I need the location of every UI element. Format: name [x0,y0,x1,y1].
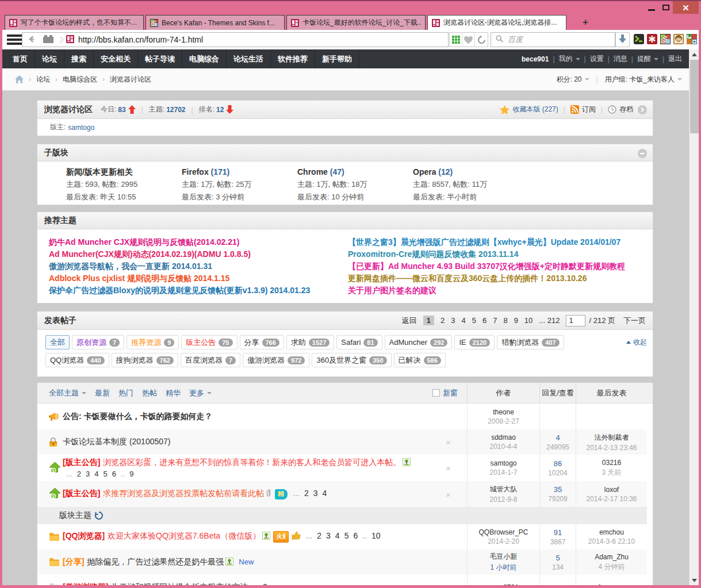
filter-button[interactable]: 原创资源7 [72,335,124,349]
filter-button[interactable]: 360及世界之窗350 [312,353,391,367]
thread-row[interactable]: 公告: 卡饭要做什么，卡饭的路要如何走？theone2008-2-27 [37,403,653,429]
filter-button[interactable]: 百度浏览器7 [181,353,240,367]
thread-row[interactable]: [分享]抛除偏见，广告过滤果然还是奶牛最强New毛豆小新1 小时前5134Ada… [37,549,653,575]
username[interactable]: bece901 [522,55,549,63]
session-icon[interactable] [36,35,53,45]
lastpost-user[interactable]: 03216 [602,459,621,467]
thread-tag[interactable]: [版主公告] [63,489,100,498]
back-icon[interactable] [22,34,36,45]
page-next-link[interactable]: 下一页 [623,316,646,326]
lastpost-user[interactable]: emchou [599,528,624,536]
thread-page-link[interactable]: 4 [323,489,327,498]
author-name[interactable]: saga3721 [488,583,519,585]
breadcrumb-item[interactable]: 论坛 [36,75,50,84]
thread-page-link[interactable]: 2 [317,531,321,540]
thread-filter-link[interactable]: 精华 [166,388,181,398]
new-tab-button[interactable]: + [579,17,592,28]
filter-button[interactable]: IE2120 [454,335,495,349]
recommended-link[interactable]: Ad Muncher(CJX规则)动态(2014.02.19)(ADMU 1.0… [49,248,310,260]
minimize-button[interactable] [644,1,658,14]
recommended-link[interactable]: 【世界之窗3】晨光增强版广告过滤规则【xwhyc+晨光】Update 2014/… [348,236,625,248]
panel-collapse-button[interactable] [638,149,647,158]
dismiss-icon[interactable]: × [446,489,451,499]
nav-item-7[interactable]: 论坛生活 [227,49,271,68]
url-text[interactable]: http://bbs.kafan.cn/forum-74-1.html [78,35,203,44]
thread-row[interactable]: [傲游浏览器]为傲游和视频网站提合折中权变的方法...2saga372119fa… [37,575,653,585]
subscribe-link[interactable]: 订阅 [582,105,596,114]
filter-button[interactable]: 版主公告75 [181,335,237,349]
thread-filter-link[interactable]: 全部主题 [49,388,86,398]
nav-item-8[interactable]: 软件推荐 [271,49,315,68]
thread-page-link[interactable]: 2 [77,470,81,478]
subforum-name[interactable]: Firefox (171) [182,166,297,178]
scroll-down-icon[interactable] [689,575,699,585]
user-link[interactable]: 消息 [614,54,627,64]
thread-page-link[interactable]: 6 [353,531,358,540]
scroll-up-icon[interactable] [689,49,699,59]
filter-button[interactable]: 傲游浏览器972 [243,353,309,367]
author-name[interactable]: theone [493,408,514,416]
author-name[interactable]: 毛豆小新 [490,552,518,562]
recommended-link[interactable]: Proxomitron-Cre规则问题反馈收集 2013.11.14 [348,248,625,260]
filter-button[interactable]: QQ浏览器440 [45,353,109,367]
lastpost-date[interactable]: 2014-2-17 10:36 [586,495,637,503]
user-link[interactable]: 设置 [590,54,604,64]
archive-link[interactable]: 存档 [619,105,633,114]
address-bar[interactable]: http://bbs.kafan.cn/forum-74-1.html [22,32,449,47]
stylish-ext-icon[interactable]: S [660,34,670,44]
recommended-link[interactable]: 傲游浏览器导航帖，我会一直更新 2014.01.31 [49,260,310,272]
filter-button[interactable]: 推荐资源9 [127,335,179,349]
user-link[interactable]: 退出 [668,54,682,64]
lastpost-date[interactable]: 3 天前 [602,468,621,478]
nav-item-1[interactable]: 首页 [6,49,35,68]
thread-page-link[interactable]: 2 [304,489,309,498]
lastpost-date[interactable]: 2014-2-13 23:46 [586,444,637,452]
author-name[interactable]: sddmao [491,433,516,441]
favorite-link[interactable]: 收藏本版 (227) [512,105,558,114]
page-link[interactable]: 3 [451,316,455,325]
thread-row[interactable]: 卡饭论坛基本制度 (20100507)×sddmao2010-4-4424909… [37,429,653,455]
recommended-link[interactable]: 保护伞广告过滤器Bloxy的说明及规则意见反馈帖(更新v1.3.9) 2014.… [49,285,310,297]
thread-title[interactable]: 抛除偏见，广告过滤果然还是奶牛最强 [87,557,224,566]
panel-expand-button[interactable] [638,105,647,114]
menu-icon[interactable] [7,34,22,45]
thread-title[interactable]: 公告: 卡饭要做什么，卡饭的路要如何走？ [63,412,213,421]
filter-button[interactable]: 全部 [45,335,70,349]
collapse-link[interactable]: 收起 [626,337,647,347]
close-button[interactable]: ✕ [673,1,699,14]
greasemonkey-ext-icon[interactable] [673,34,683,44]
score-dropdown[interactable]: 积分: 20 [557,75,589,84]
recommended-link[interactable]: 更新网盘插件——微云和百度云及360云盘上传的插件！2013.10.26 [348,272,625,285]
breadcrumb-item[interactable]: 浏览器讨论区 [110,75,151,84]
page-link[interactable]: 5 [472,316,476,325]
moderator-link[interactable]: samtogo [68,124,94,132]
terminal-ext-icon[interactable] [634,34,643,44]
browser-tab[interactable]: 浏览器讨论区-浏览器论坛,浏览器排... [427,15,566,30]
filter-button[interactable]: 求助1527 [286,335,334,349]
thread-filter-link[interactable]: 热门 [118,388,133,398]
filter-button[interactable]: AdMuncher292 [385,335,453,349]
thread-page-link[interactable]: 2 [263,582,267,585]
recommended-link[interactable]: 关于用户图片签名的建议 [348,285,625,297]
lastpost-user[interactable]: loxof [604,486,619,494]
author-name[interactable]: QQBrowser_PC [478,528,528,536]
browser-tab[interactable]: 写了个卡饭论坛的样式，也不知算不... [5,15,144,30]
page-current[interactable]: 1 [423,316,434,325]
page-back-link[interactable]: 返回 [402,316,417,326]
thread-title[interactable]: 求推荐浏览器及浏览器投票帖发帖前请看此帖 [103,489,264,498]
page-gap[interactable]: ... 212 [539,316,560,325]
breadcrumb-item[interactable]: 电脑综合区 [63,75,97,84]
subforum-name[interactable]: 新闻/版本更新相关 [66,166,182,178]
browser-tab[interactable]: 卡饭论坛_最好的软件论坛_讨论_下载... [286,15,426,30]
search-box[interactable]: 百度 [491,32,615,47]
user-link[interactable]: 我的 [559,54,580,64]
page-link[interactable]: 2 [440,316,445,325]
nav-item-9[interactable]: 新手帮助 [315,49,359,68]
thread-row[interactable]: [QQ浏览器]欢迎大家体验QQ浏览器7.6Beta（微信版）火Ⅱ...23456… [37,524,653,549]
dismiss-icon[interactable]: × [446,463,451,473]
filter-button[interactable]: 猎豹浏览器407 [497,335,564,349]
maximize-button[interactable] [658,1,673,14]
thread-tag[interactable]: [QQ浏览器] [63,531,105,540]
thread-filter-link[interactable]: 更多 [189,388,212,398]
lastpost-user[interactable]: 法外制裁者 [595,433,629,443]
